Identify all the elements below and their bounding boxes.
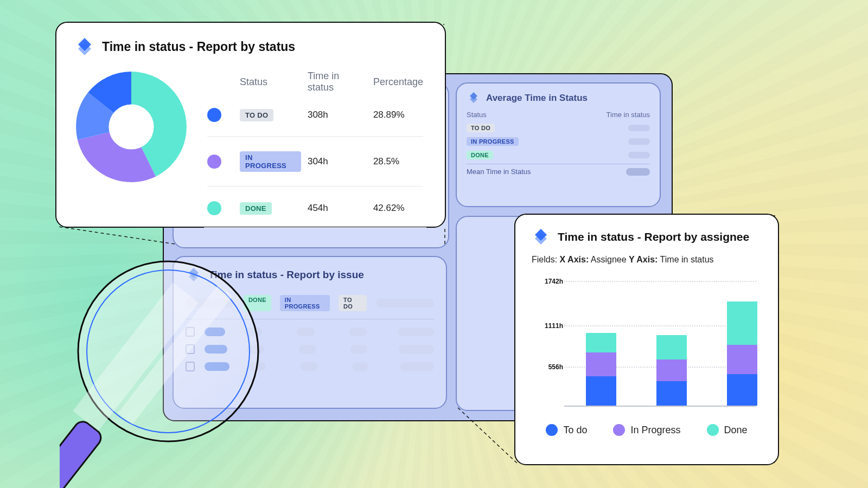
th-pct: Percentage (370, 70, 426, 101)
status-time: 308h (304, 101, 370, 129)
bar-segment (727, 301, 757, 345)
avg-col-status: Status (467, 111, 487, 119)
status-pct: 42.62% (370, 195, 426, 222)
legend-label: In Progress (630, 425, 680, 436)
status-row: DONE454h42.62% (204, 195, 426, 222)
status-dot (207, 155, 221, 169)
ytick: 1111h (532, 322, 563, 330)
bar-segment (586, 333, 616, 352)
status-pill: TO DO (240, 109, 273, 121)
bar-column (727, 301, 757, 406)
status-pct: 28.5% (370, 145, 426, 179)
issue-col-pill: TO DO (339, 295, 367, 311)
assignee-fields-line: Fields: X Axis: Assignee Y Axis: Time in… (532, 255, 762, 265)
svg-point-11 (108, 104, 154, 149)
bar-column (586, 333, 616, 406)
legend-dot-todo (546, 424, 558, 436)
avg-pill: DONE (467, 151, 493, 159)
avg-row: DONE (467, 151, 650, 159)
status-title: Time in status - Report by status (102, 40, 295, 54)
issue-col-pill: DONE (244, 295, 271, 311)
ytick: 1742h (532, 278, 563, 285)
issue-col-pill: IN PROGRESS (280, 295, 330, 311)
assignee-title: Time in status - Report by assignee (558, 230, 749, 243)
bar-segment (656, 359, 687, 381)
bar-segment (727, 374, 757, 406)
status-time: 454h (304, 195, 370, 222)
skeleton-value (628, 152, 650, 158)
skeleton-value (626, 168, 650, 176)
donut-chart (75, 70, 188, 183)
checkbox-icon (186, 362, 195, 371)
status-dot (207, 201, 221, 215)
avg-footer: Mean Time in Status (467, 168, 531, 176)
legend-label: Done (724, 425, 748, 436)
bar-column (656, 335, 687, 406)
checkbox-icon (186, 327, 195, 337)
issue-title: Time in status - Report by issue (208, 269, 364, 281)
legend-label: To do (563, 425, 587, 436)
legend-dot-inprogress (613, 424, 625, 436)
bar-segment (727, 345, 757, 374)
jira-icon (467, 91, 481, 105)
avg-pill: TO DO (467, 124, 495, 132)
issue-row (186, 327, 434, 337)
assignee-card: Time in status - Report by assignee Fiel… (514, 214, 779, 465)
th-time: Time in status (304, 70, 370, 101)
assignee-legend: To do In Progress Done (532, 424, 762, 436)
th-status: Status (237, 70, 304, 101)
skeleton-value (628, 125, 650, 131)
status-card: Time in status - Report by status Status (55, 22, 446, 228)
issue-row (186, 362, 434, 371)
bar-segment (586, 352, 616, 376)
avg-row: IN PROGRESS (467, 137, 650, 146)
bar-segment (656, 335, 687, 359)
assignee-bar-chart: 1742h 1111h 556h (532, 281, 762, 409)
avg-col-time: Time in status (607, 111, 650, 119)
status-row: TO DO308h28.89% (204, 101, 426, 129)
issue-panel: Time in status - Report by issue DONEIN … (173, 256, 447, 409)
average-time-panel: Average Time in Status Status Time in st… (456, 82, 661, 207)
svg-rect-13 (60, 418, 104, 488)
status-table: Status Time in status Percentage TO DO30… (204, 70, 426, 226)
skeleton-value (628, 138, 650, 145)
issue-row (186, 344, 434, 354)
average-title: Average Time in Status (486, 93, 588, 104)
avg-row: TO DO (467, 124, 650, 132)
status-time: 304h (304, 145, 370, 179)
ytick: 556h (532, 363, 563, 371)
checkbox-icon (186, 344, 195, 354)
svg-line-2 (59, 227, 175, 244)
svg-rect-12 (60, 418, 104, 488)
status-dot (207, 108, 221, 122)
avg-pill: IN PROGRESS (467, 137, 519, 146)
bar-segment (656, 381, 687, 406)
status-pill: IN PROGRESS (240, 151, 301, 172)
jira-icon (75, 37, 94, 56)
stage: { "colors":{ "todo":"#2d6bff", "inprogre… (0, 0, 868, 488)
status-row: IN PROGRESS304h28.5% (204, 145, 426, 179)
status-pill: DONE (240, 202, 272, 215)
status-pct: 28.89% (370, 101, 426, 129)
legend-dot-done (707, 424, 719, 436)
jira-icon (186, 267, 202, 283)
bar-segment (586, 376, 616, 406)
jira-icon (532, 228, 550, 246)
